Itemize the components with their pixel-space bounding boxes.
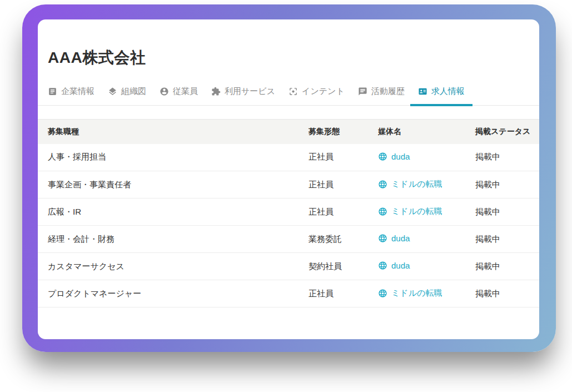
header-status: 掲載ステータス <box>475 120 539 144</box>
globe-icon <box>378 234 387 243</box>
status-cell: 掲載中 <box>475 144 539 171</box>
tab-employees[interactable]: 従業員 <box>153 86 205 105</box>
person-icon <box>160 87 169 96</box>
company-detail-card: AAA株式会社 企業情報 組織図 従業員 利用サービス <box>38 19 539 339</box>
tab-label: 求人情報 <box>431 86 465 97</box>
tab-job-info[interactable]: 求人情報 <box>411 86 471 105</box>
table-row: 経理・会計・財務 業務委託 duda 掲載中 <box>38 226 539 253</box>
media-link[interactable]: duda <box>378 261 410 270</box>
tab-intent[interactable]: インテント <box>282 86 351 105</box>
status-cell: 掲載中 <box>475 280 539 307</box>
focus-target-icon <box>289 87 298 96</box>
status-cell: 掲載中 <box>475 199 539 226</box>
gradient-frame: AAA株式会社 企業情報 組織図 従業員 利用サービス <box>22 4 556 352</box>
tab-label: 企業情報 <box>61 86 94 97</box>
status-cell: 掲載中 <box>475 171 539 199</box>
media-link-label: duda <box>391 261 410 270</box>
employment-type-cell: 業務委託 <box>309 226 378 253</box>
media-link[interactable]: duda <box>378 234 410 243</box>
header-job-title: 募集職種 <box>38 120 309 144</box>
job-postings-table: 募集職種 募集形態 媒体名 掲載ステータス 人事・採用担当 正社員 <box>38 119 539 307</box>
media-link-label: duda <box>391 152 410 161</box>
job-title-cell: カスタマーサクセス <box>38 253 309 280</box>
tab-label: 組織図 <box>121 86 146 97</box>
puzzle-icon <box>211 87 221 96</box>
media-link[interactable]: ミドルの転職 <box>378 179 442 190</box>
tab-label: 活動履歴 <box>371 86 405 97</box>
media-link[interactable]: ミドルの転職 <box>378 206 442 217</box>
media-link[interactable]: duda <box>378 152 410 161</box>
globe-icon <box>378 261 387 270</box>
table-header-row: 募集職種 募集形態 媒体名 掲載ステータス <box>38 120 539 144</box>
header-employment-type: 募集形態 <box>309 120 378 144</box>
globe-icon <box>378 207 387 216</box>
media-link-label: ミドルの転職 <box>391 288 442 299</box>
tab-label: 利用サービス <box>225 86 275 97</box>
status-cell: 掲載中 <box>475 226 539 253</box>
employment-type-cell: 正社員 <box>309 280 378 307</box>
employment-type-cell: 正社員 <box>309 171 378 199</box>
tab-activity-history[interactable]: 活動履歴 <box>351 86 411 105</box>
globe-icon <box>378 180 387 189</box>
job-title-cell: 経理・会計・財務 <box>38 226 309 253</box>
tab-label: インテント <box>302 86 345 97</box>
table-row: 広報・IR 正社員 ミドルの転職 掲載中 <box>38 199 539 226</box>
media-cell: ミドルの転職 <box>378 280 475 307</box>
id-badge-icon <box>418 87 427 96</box>
tab-org-chart[interactable]: 組織図 <box>101 86 153 105</box>
job-title-cell: 人事・採用担当 <box>38 144 309 171</box>
table-row: 事業企画・事業責任者 正社員 ミドルの転職 掲載中 <box>38 171 539 199</box>
job-title-cell: 広報・IR <box>38 199 309 226</box>
employment-type-cell: 正社員 <box>309 199 378 226</box>
media-link-label: duda <box>391 234 410 243</box>
tab-services[interactable]: 利用サービス <box>205 86 282 105</box>
employment-type-cell: 契約社員 <box>309 253 378 280</box>
table-row: 人事・採用担当 正社員 duda 掲載中 <box>38 144 539 171</box>
employment-type-cell: 正社員 <box>309 144 378 171</box>
media-cell: ミドルの転職 <box>378 199 475 226</box>
media-link-label: ミドルの転職 <box>391 179 442 190</box>
document-icon <box>48 87 57 96</box>
media-cell: ミドルの転職 <box>378 171 475 199</box>
job-title-cell: 事業企画・事業責任者 <box>38 171 309 199</box>
screen: AAA株式会社 企業情報 組織図 従業員 利用サービス <box>0 0 572 392</box>
media-cell: duda <box>378 144 475 171</box>
tab-label: 従業員 <box>173 86 198 97</box>
media-link[interactable]: ミドルの転職 <box>378 288 442 299</box>
tab-bar: 企業情報 組織図 従業員 利用サービス インテント <box>38 86 539 106</box>
globe-icon <box>378 289 387 298</box>
media-cell: duda <box>378 253 475 280</box>
status-cell: 掲載中 <box>475 253 539 280</box>
table-row: プロダクトマネージャー 正社員 ミドルの転職 掲載中 <box>38 280 539 307</box>
header-media-name: 媒体名 <box>378 120 475 144</box>
layers-icon <box>108 87 117 96</box>
page-title: AAA株式会社 <box>48 47 539 68</box>
media-link-label: ミドルの転職 <box>391 206 442 217</box>
media-cell: duda <box>378 226 475 253</box>
globe-icon <box>378 152 387 161</box>
job-title-cell: プロダクトマネージャー <box>38 280 309 307</box>
job-table-body: 人事・採用担当 正社員 duda 掲載中 <box>38 144 539 307</box>
chat-bubble-icon <box>358 87 367 96</box>
tab-company-info[interactable]: 企業情報 <box>41 86 101 105</box>
table-row: カスタマーサクセス 契約社員 duda 掲載中 <box>38 253 539 280</box>
